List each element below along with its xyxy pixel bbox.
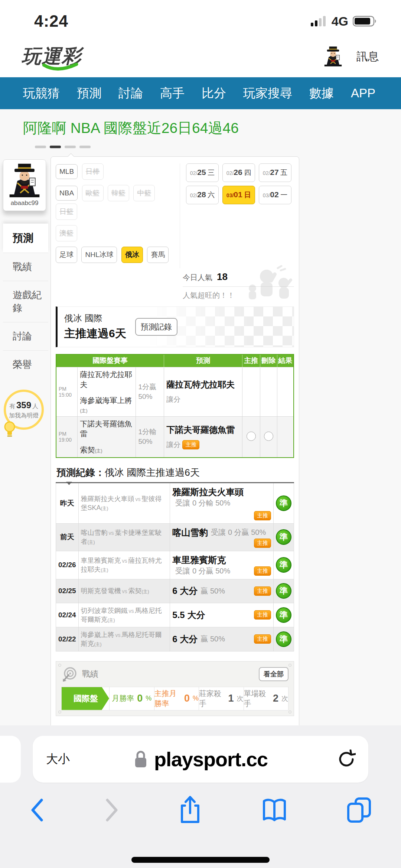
history-notch — [66, 482, 72, 485]
history-date: 02/24 — [56, 603, 79, 627]
history-matchup: 雅羅斯拉夫火車頭vs聖彼得堡SKA(主) — [78, 482, 170, 523]
main-push-badge: 主推 — [254, 539, 271, 548]
history-row: 02/26 車里雅賓斯克vs薩拉瓦特尤拉耶夫(主) 車里雅賓斯克受讓 0 分贏 … — [56, 551, 294, 579]
history-result: 準 — [273, 579, 294, 603]
main-nav: 玩競猜 預測 討論 高手 比分 玩家搜尋 數據 APP — [0, 77, 401, 109]
home-tag: (主) — [95, 448, 102, 453]
carousel-dot[interactable] — [65, 146, 76, 148]
url-bar[interactable]: 大小 playsport.cc — [33, 736, 368, 783]
carousel-dot[interactable] — [79, 146, 91, 148]
date-tab-0301-selected[interactable]: 03/01 日 — [222, 186, 255, 204]
status-bar: 4:24 4G — [0, 0, 401, 36]
sport-tab-soccer[interactable]: 足球 — [56, 247, 77, 263]
sidebar-item-record[interactable]: 戰績 — [3, 253, 48, 281]
col-header-result: 結果 — [277, 354, 294, 367]
away-team: 下諾夫哥羅德魚雷 — [80, 419, 133, 439]
stats-tab-international[interactable]: 國際盤 — [62, 687, 109, 710]
sidebar-item-predict[interactable]: 預測 — [3, 224, 48, 253]
home-indicator[interactable] — [131, 857, 270, 863]
history-result: 準 — [273, 627, 294, 651]
follower-lamp[interactable]: 有359人 加我為明燈 — [4, 390, 45, 430]
game-teams: 薩拉瓦特尤拉耶夫 海參崴海軍上將(主) — [78, 367, 136, 416]
sport-filter: MLB 日棒 NBA 歐籃 韓籃 中籃 日籃 澳籃 足球 — [56, 163, 180, 268]
history-pick: 喀山雪豹受讓 0 分贏 50%主推 — [170, 523, 274, 551]
hit-badge: 準 — [276, 495, 291, 511]
sport-tab-horse-racing[interactable]: 賽馬 — [147, 247, 169, 263]
sidebar-item-game-history[interactable]: 遊戲紀錄 — [3, 281, 48, 322]
forward-button[interactable] — [104, 798, 119, 822]
history-date: 昨天 — [56, 482, 79, 523]
profile-sidebar: abaabc99 預測 戰績 遊戲紀錄 討論 榮譽 有359人 加我為明燈 — [3, 159, 48, 430]
sport-tab-cba: 中籃 — [133, 185, 155, 201]
network-label: 4G — [332, 14, 348, 29]
main-push-radio[interactable] — [247, 432, 256, 441]
date-tab-0225[interactable]: 02/25 三 — [186, 163, 219, 182]
game-odds: 1分輸 50% — [136, 416, 164, 458]
text-size-button[interactable]: 大小 — [46, 751, 70, 767]
carousel-dot-active[interactable] — [50, 146, 61, 148]
stat-single-game-killer: 單場殺手2次 — [244, 687, 288, 710]
game-pick: 薩拉瓦特尤拉耶夫 讓分 — [164, 367, 242, 416]
tabs-icon[interactable] — [347, 797, 371, 823]
stats-view-all-button[interactable]: 看全部 — [259, 667, 288, 681]
messages-link[interactable]: 訊息 — [356, 49, 379, 64]
home-team: 海參崴海軍上將 — [80, 396, 132, 404]
date-tab-0302[interactable]: 03/02 一 — [259, 186, 291, 204]
signal-icon — [311, 16, 327, 27]
nav-item-scores[interactable]: 比分 — [202, 85, 226, 102]
sport-tab-mlb[interactable]: MLB — [56, 164, 78, 179]
nav-item-discuss[interactable]: 討論 — [118, 85, 143, 102]
reload-button[interactable] — [338, 750, 356, 769]
game-row: PM 19:00 下諾夫哥羅德魚雷 索契(主) 1分輸 50% 下諾夫哥羅德魚雷… — [56, 416, 294, 458]
share-icon[interactable] — [179, 795, 202, 825]
lamp-suffix: 人 — [32, 403, 38, 409]
game-pick: 下諾夫哥羅德魚雷 讓分 主推 — [164, 416, 242, 458]
promo-headline[interactable]: 阿隆啊 NBA 國際盤近26日64過46 — [0, 109, 401, 140]
history-result: 準 — [273, 482, 294, 523]
hit-badge: 準 — [276, 529, 291, 545]
site-logo[interactable]: 玩運彩 — [22, 43, 82, 69]
back-button[interactable] — [30, 798, 45, 822]
sidebar-item-honor[interactable]: 榮譽 — [3, 350, 48, 378]
nav-item-data[interactable]: 數據 — [309, 85, 334, 102]
result-cell — [277, 416, 294, 458]
history-result: 準 — [273, 603, 294, 627]
nav-item-experts[interactable]: 高手 — [160, 85, 185, 102]
sport-tab-bjl: 日籃 — [56, 204, 77, 220]
nav-item-app[interactable]: APP — [351, 86, 375, 100]
nav-item-play-guess[interactable]: 玩競猜 — [23, 85, 60, 102]
pick-team: 薩拉瓦特尤拉耶夫 — [166, 379, 240, 390]
headline-carousel-dots[interactable] — [35, 146, 401, 148]
history-result: 準 — [273, 551, 294, 579]
history-row: 前天 喀山雪豹vs葉卡捷琳堡駕駛者(主) 喀山雪豹受讓 0 分贏 50%主推 準 — [56, 523, 294, 551]
prediction-record-button[interactable]: 預測記錄 — [135, 318, 177, 336]
nav-item-player-search[interactable]: 玩家搜尋 — [243, 85, 292, 102]
url-text: playsport.cc — [154, 748, 268, 771]
games-table: 國際盤賽事 預測 主推 刪除 結果 PM 15:00 薩拉瓦特尤拉耶夫 海參崴海… — [56, 354, 294, 458]
sidebar-item-discuss[interactable]: 討論 — [3, 322, 48, 350]
sport-tab-nhl[interactable]: NHL冰球 — [81, 247, 117, 263]
bookmarks-icon[interactable] — [261, 798, 287, 822]
hit-badge: 準 — [276, 557, 291, 573]
lightbulb-icon — [2, 421, 17, 439]
profile-avatar-card[interactable]: abaabc99 — [3, 159, 46, 211]
history-pick: 6 大分贏 50%主推 — [170, 579, 274, 603]
history-date: 02/26 — [56, 551, 79, 579]
delete-radio[interactable] — [264, 432, 273, 441]
battery-icon — [353, 16, 377, 27]
user-avatar[interactable] — [322, 46, 344, 67]
col-header-prediction: 預測 — [164, 354, 242, 367]
date-tab-0227[interactable]: 02/27 五 — [259, 163, 291, 182]
date-tab-0226[interactable]: 02/26 四 — [222, 163, 255, 182]
target-icon — [61, 666, 78, 682]
nav-item-predict[interactable]: 預測 — [77, 85, 101, 102]
carousel-dot[interactable] — [35, 146, 46, 148]
history-pick: 5.5 大分主推 — [170, 603, 274, 627]
pick-type: 讓分 — [166, 395, 240, 404]
sport-tab-khl-selected[interactable]: 俄冰 — [121, 247, 143, 263]
sport-tab-nba[interactable]: NBA — [56, 186, 78, 201]
date-tab-0228[interactable]: 02/28 六 — [186, 186, 219, 204]
adjacent-tab-stub[interactable] — [0, 736, 21, 783]
game-row: PM 15:00 薩拉瓦特尤拉耶夫 海參崴海軍上將(主) 1分贏 50% 薩拉瓦… — [56, 367, 294, 416]
safari-toolbar — [0, 790, 401, 830]
